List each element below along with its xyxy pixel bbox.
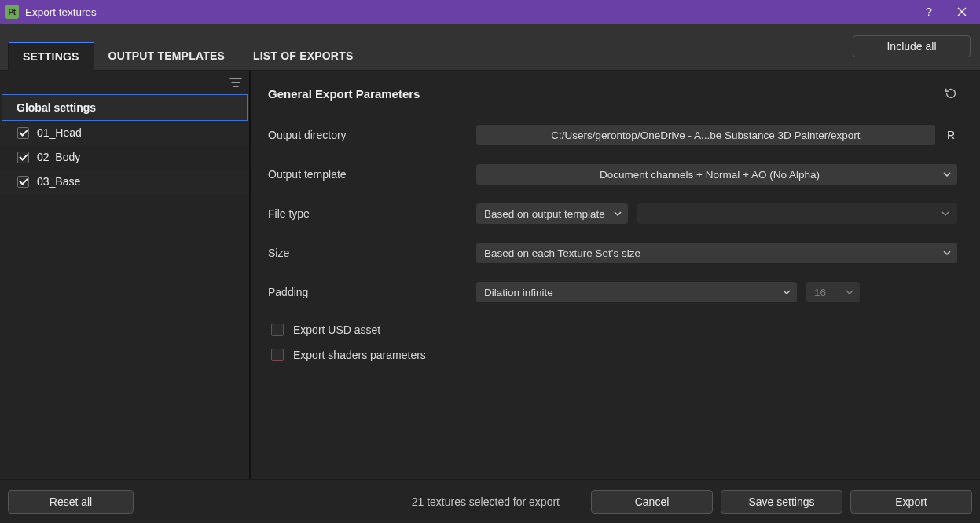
section-heading: General Export Parameters (268, 87, 420, 101)
tab-output-templates[interactable]: OUTPUT TEMPLATES (94, 42, 239, 70)
export-shaders-label: Export shaders parameters (293, 349, 426, 361)
export-button[interactable]: Export (850, 490, 972, 514)
file-type-value: Based on output template (484, 208, 605, 220)
chevron-down-icon (941, 210, 949, 218)
save-settings-button[interactable]: Save settings (721, 490, 842, 514)
global-settings-row[interactable]: Global settings (2, 94, 248, 121)
texture-set-row[interactable]: 03_Base (0, 170, 249, 194)
tab-list-of-exports[interactable]: LIST OF EXPORTS (239, 42, 367, 70)
checkbox[interactable] (17, 176, 29, 188)
padding-select[interactable]: Dilation infinite (475, 281, 798, 303)
texture-set-list: Global settings 01_Head 02_Body 03_Base (0, 71, 251, 479)
file-type-label: File type (268, 207, 475, 220)
checkbox[interactable] (17, 152, 29, 163)
output-directory-input[interactable]: C:/Users/gerontop/OneDrive - A...be Subs… (475, 124, 936, 146)
output-template-select[interactable]: Document channels + Normal + AO (No Alph… (475, 163, 958, 185)
filter-icon[interactable] (229, 75, 243, 90)
file-type-bitdepth-select (637, 203, 958, 225)
padding-size-field: 16 (806, 281, 861, 303)
close-button[interactable] (944, 0, 980, 24)
reset-section-icon[interactable] (944, 86, 958, 101)
app-icon: Pt (5, 5, 19, 19)
size-select[interactable]: Based on each Texture Set's size (475, 242, 958, 264)
output-directory-label: Output directory (268, 129, 475, 141)
footer: Reset all 21 textures selected for expor… (0, 479, 980, 523)
output-template-value: Document channels + Normal + AO (No Alph… (600, 169, 820, 181)
padding-value: Dilation infinite (484, 287, 553, 298)
export-shaders-checkbox[interactable] (271, 349, 284, 361)
chevron-down-icon (943, 170, 951, 178)
file-type-select[interactable]: Based on output template (475, 203, 629, 225)
texture-set-row[interactable]: 01_Head (0, 121, 249, 145)
size-value: Based on each Texture Set's size (484, 247, 640, 259)
window-title: Export textures (25, 6, 97, 18)
padding-label: Padding (268, 286, 475, 298)
title-bar: Pt Export textures ? (0, 0, 980, 24)
close-icon (957, 7, 967, 16)
cancel-button[interactable]: Cancel (591, 490, 713, 514)
texture-set-label: 03_Base (37, 175, 80, 188)
reset-all-button[interactable]: Reset all (8, 490, 134, 514)
chevron-down-icon (783, 288, 791, 296)
output-directory-reset-button[interactable]: R (944, 129, 958, 141)
size-label: Size (268, 247, 475, 259)
parameters-panel: General Export Parameters Output directo… (251, 71, 980, 479)
help-button[interactable]: ? (914, 0, 944, 24)
padding-size-value: 16 (814, 287, 826, 298)
include-all-button[interactable]: Include all (853, 35, 971, 57)
checkbox[interactable] (17, 127, 29, 139)
texture-set-label: 01_Head (37, 126, 82, 139)
export-usd-checkbox[interactable] (271, 324, 284, 336)
chevron-down-icon (846, 288, 853, 296)
export-usd-label: Export USD asset (293, 324, 380, 336)
tab-settings[interactable]: SETTINGS (8, 42, 94, 71)
chevron-down-icon (943, 249, 951, 257)
texture-set-row[interactable]: 02_Body (0, 145, 249, 170)
tab-bar: SETTINGS OUTPUT TEMPLATES LIST OF EXPORT… (0, 24, 980, 71)
chevron-down-icon (614, 210, 622, 218)
output-template-label: Output template (268, 168, 475, 181)
status-text: 21 textures selected for export (412, 496, 560, 508)
texture-set-label: 02_Body (37, 151, 80, 163)
